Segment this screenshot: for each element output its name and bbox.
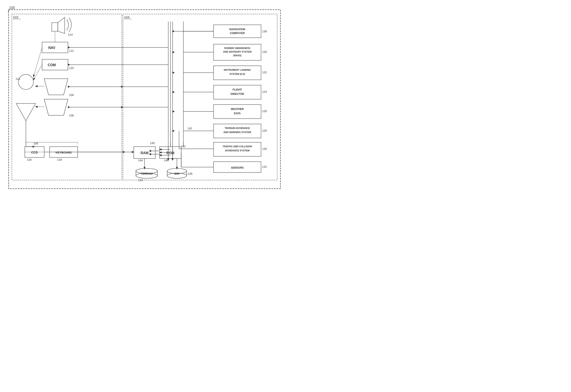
taws-label2: AND WARNING SYSTEM [224,131,251,133]
raas-label1: RUNWAY AWARENESS [224,47,250,49]
ref-116: 116 [27,158,32,161]
svg-marker-76 [172,30,175,32]
ref-114: 114 [68,33,73,36]
ref-100: 100 [9,6,15,10]
ref-138: 138 [262,30,267,33]
svg-marker-84 [171,158,174,161]
svg-marker-71 [68,64,70,66]
ref-104: 104 [124,15,129,19]
ils-label1: INSTRUMENT LANDING [224,69,251,71]
svg-rect-25 [214,105,261,119]
ref-134: 134 [138,179,143,182]
svg-marker-89 [149,153,151,155]
svg-marker-93 [123,151,125,153]
fd-label2: DIRECTOR [231,93,244,96]
ref-128: 128 [262,129,267,132]
tcas-label2: AVOIDANCE SYSTEM [225,149,249,152]
svg-marker-87 [149,150,151,152]
ils-label2: SYSTEM (ILS) [229,73,245,75]
rom-label: ROM [166,151,174,155]
svg-marker-79 [172,91,175,93]
svg-marker-72 [68,86,70,88]
ref-126: 126 [262,110,267,113]
svg-rect-3 [123,14,277,180]
ref-111: 111 [15,77,20,80]
ref-124: 124 [262,90,267,93]
svg-marker-80 [172,110,175,112]
wx-label2: DATA [234,112,241,115]
sensors-label: SENSORS [231,166,244,169]
ram-label: RAM [141,151,148,155]
ref-118: 118 [57,158,62,161]
ref-136: 136 [188,172,192,175]
ref-144: 144 [138,159,143,162]
ref-112: 112 [69,49,74,52]
svg-marker-77 [172,51,175,53]
ref-140: 140 [150,141,155,145]
wx-label1: WEATHER [231,108,244,111]
svg-point-8 [18,74,33,89]
svg-rect-24 [214,85,261,99]
svg-marker-81 [172,130,175,132]
svg-line-51 [33,47,42,77]
ref-108b: 108 [69,114,74,117]
ref-110: 110 [69,66,74,70]
taws-label1: TERRAIN AVOIDANCE [225,127,250,129]
ref-130: 130 [262,147,267,151]
svg-rect-5 [52,23,58,31]
nav-db-label: NAV [174,172,179,175]
raas-label2: AND ADVISORY SYSTEM [223,50,252,53]
ccd-label: CCD [31,151,38,154]
ref-142a: 142 [188,127,192,130]
keyboard-label: KEYBOARD [56,151,71,154]
svg-rect-1 [12,14,122,180]
svg-marker-73 [68,106,70,108]
ref-120: 120 [262,50,267,54]
nav-computer-label: NAVIGATION [229,28,245,31]
tcas-label1: TRAFFIC AND COLLISION [223,145,252,148]
ref-122: 122 [262,71,267,74]
terrain-label: TERRAIN [141,172,152,175]
com-label: COM [48,63,56,67]
diagram-container: 100 102 104 114 NAV 112 COM 110 108 108 … [0,0,286,196]
ref-108a: 108 [69,93,74,97]
ref-102: 102 [13,15,18,19]
svg-rect-21 [214,25,261,38]
svg-marker-78 [172,71,175,74]
nav-computer-label2: COMPUTER [230,32,245,35]
raas-label3: (RAAS) [233,54,242,57]
ref-132: 132 [262,165,267,168]
svg-marker-70 [68,46,70,49]
nav-label: NAV [48,46,56,50]
fd-label1: FLIGHT [232,88,242,91]
